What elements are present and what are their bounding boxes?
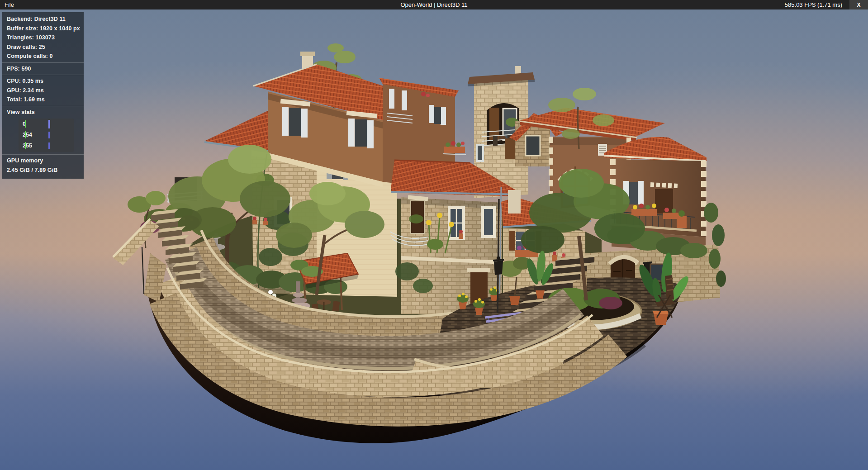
fps-readout: 585.03 FPS (1.71 ms) (785, 1, 849, 8)
panel-divider (2, 106, 84, 106)
view-stats-graph: 0 254 255 (19, 119, 74, 152)
purple-bar (48, 132, 50, 138)
panel-divider (2, 75, 84, 75)
stat-buffer-size: Buffer size: 1920 x 1040 px (2, 24, 84, 33)
view-stats-row: 254 (19, 129, 74, 140)
purple-bar (48, 120, 50, 128)
stat-compute-calls: Compute calls: 0 (2, 52, 84, 61)
purple-bar (48, 142, 50, 149)
stat-gpu: GPU: 2.34 ms (2, 86, 84, 95)
stat-triangles: Triangles: 103073 (2, 33, 84, 43)
center-house-window-2 (481, 206, 496, 238)
flower-trough (443, 141, 466, 155)
menu-file[interactable]: File (0, 1, 20, 8)
stat-total: Total: 1.69 ms (2, 95, 84, 104)
view-stats-label: View stats (2, 108, 84, 117)
right-house-b-door (655, 189, 673, 214)
green-marker (25, 131, 26, 138)
view-stats-row-label: 255 (23, 142, 32, 149)
annex-chimney (508, 190, 521, 214)
window-title: Open-World | Direct3D 11 (0, 1, 868, 8)
panel-divider (2, 62, 84, 63)
stat-backend: Backend: Direct3D 11 (2, 14, 84, 24)
gpu-memory-label: GPU memory (2, 156, 84, 166)
viewport-3d[interactable] (0, 0, 868, 470)
stat-draw-calls: Draw calls: 25 (2, 43, 84, 52)
view-stats-row-label: 254 (23, 132, 32, 138)
stats-panel: Backend: Direct3D 11 Buffer size: 1920 x… (2, 12, 84, 179)
stat-fps: FPS: 590 (2, 64, 84, 74)
panel-divider (2, 154, 84, 155)
view-stats-row: 255 (19, 140, 74, 151)
close-button[interactable]: X (849, 0, 868, 9)
titlebar: File Open-World | Direct3D 11 585.03 FPS… (0, 0, 868, 9)
stat-cpu: CPU: 0.35 ms (2, 76, 84, 86)
view-stats-row: 0 (19, 119, 74, 129)
green-marker (25, 120, 26, 128)
gpu-memory-value: 2.45 GiB / 7.89 GiB (2, 166, 84, 175)
app-window: File Open-World | Direct3D 11 585.03 FPS… (0, 0, 868, 470)
green-marker (25, 142, 26, 149)
